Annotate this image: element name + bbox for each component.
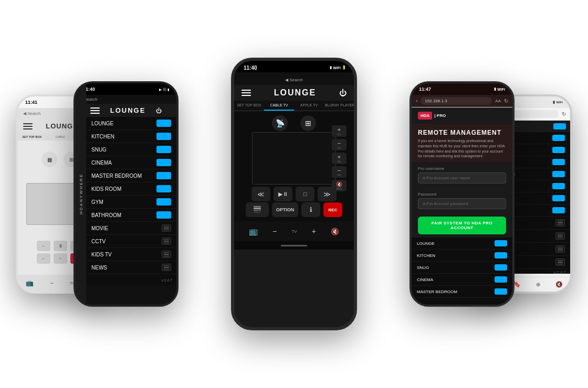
right2-tab-new[interactable]: ⊕ <box>536 282 540 287</box>
ch-minus[interactable]: − Ch <box>332 139 346 150</box>
center-signal: ▮WiFi🔋 <box>330 66 346 70</box>
right2-cctv-badge <box>555 232 565 240</box>
tab-apple[interactable]: APPLE TV <box>294 101 324 111</box>
room-movie[interactable]: MOVIE <box>86 222 176 235</box>
center-search: ◀ Search <box>285 78 303 82</box>
status-time-right1: 11:47 <box>419 87 431 92</box>
right1-kitchen-badge <box>495 252 507 258</box>
center-remote: 📡 ⊞ + Ch − Ch <box>234 111 354 221</box>
left2-source-btn[interactable]: ▦ <box>41 152 57 167</box>
right2-refresh[interactable]: ↻ <box>562 111 566 117</box>
left2-minus-btn[interactable]: − <box>54 253 67 264</box>
room-kitchen[interactable]: KITCHEN <box>86 130 176 143</box>
mgmt-header: REMOTE MANAGEMENT If you are a home tech… <box>412 124 512 162</box>
right2-kidstv-badge <box>555 245 565 253</box>
room-master-bedroom[interactable]: MASTER BEDROOM <box>86 169 176 182</box>
right2-master-badge <box>552 171 565 177</box>
left1-power[interactable]: ⏻ <box>156 107 162 114</box>
left2-back-btn[interactable]: ← <box>37 241 50 251</box>
info-btn[interactable]: ℹ <box>301 202 320 217</box>
room-cctv[interactable]: CCTV <box>86 235 176 248</box>
rec-btn[interactable]: REC <box>323 202 342 217</box>
right2-bookmark[interactable]: 🔖 <box>513 281 521 288</box>
url-bar-right1[interactable]: 192.168.1.3 <box>421 97 492 105</box>
menu-btn[interactable]: Menu <box>246 202 269 217</box>
bottom-mute[interactable]: 🔇 <box>331 228 339 235</box>
playpause-btn[interactable]: ▶⏸ <box>274 187 292 201</box>
username-input[interactable]: A Pro Account user name <box>418 173 506 184</box>
room-snug-badge <box>156 146 171 153</box>
stop-btn[interactable]: □ <box>296 187 314 201</box>
right2-bathroom-badge <box>552 207 565 213</box>
left2-arrow-btn[interactable]: ← <box>37 253 50 264</box>
bottom-minus[interactable]: − <box>272 227 277 235</box>
right1-room-master[interactable]: MASTER BEDROOM <box>412 286 512 298</box>
phone-center: 11:40 ▮WiFi🔋 ◀ Search LOUNGE ⏻ <box>231 58 357 330</box>
mgmt-text: If you are a home technology professiona… <box>418 138 506 159</box>
center-power[interactable]: ⏻ <box>339 89 346 97</box>
right1-lounge-badge <box>495 240 507 246</box>
right2-gym-badge <box>552 195 565 201</box>
left2-hamburger[interactable] <box>23 123 33 130</box>
pair-btn[interactable]: PAIR SYSTEM TO HDA PRO ACCOUNT <box>418 217 506 234</box>
right2-volume[interactable]: 🔇 <box>555 281 563 288</box>
right2-cinema-badge <box>552 159 565 165</box>
left1-menu[interactable] <box>90 107 100 114</box>
center-menu[interactable] <box>242 90 251 96</box>
room-bathroom[interactable]: BATHROOM <box>86 209 176 222</box>
hda-logo-box: HDA <box>418 112 432 120</box>
center-screen <box>252 132 336 185</box>
password-group: Password A Pro Account password <box>412 188 512 213</box>
tab-cable[interactable]: CABLE TV <box>264 101 294 111</box>
center-source-btn[interactable]: 📡 <box>272 115 288 131</box>
back-icon[interactable]: ‹ <box>416 98 417 104</box>
rewind-btn[interactable]: ≪ <box>251 187 270 201</box>
room-gym[interactable]: GYM <box>86 196 176 209</box>
right2-kitchen-badge <box>552 135 565 141</box>
signal-icons-left1: ▶⬛▮ <box>159 88 169 91</box>
right1-room-lounge[interactable]: LOUNGE <box>412 238 512 250</box>
right1-room-snug[interactable]: SNUG <box>412 262 512 274</box>
phone-left1: 11:40 ▶⬛▮ ◀ Search LOUNGE ⏻ HDANYWHERE <box>74 81 178 307</box>
vol-minus[interactable]: − Vol <box>332 166 346 178</box>
room-news-badge <box>162 264 171 271</box>
left2-minus[interactable]: − <box>50 279 54 287</box>
tab-stb[interactable]: SET TOP BOX <box>234 101 264 111</box>
right1-room-cinema[interactable]: CINEMA <box>412 274 512 286</box>
bottom-tv-label: TV <box>291 229 297 234</box>
aa-btn[interactable]: AA <box>495 99 501 103</box>
tab-set-top-box-left2[interactable]: SET TOP BOX <box>18 133 46 141</box>
version-left1: v.2.4.7 <box>162 278 173 282</box>
ch-plus[interactable]: + Ch <box>332 125 346 137</box>
room-lounge[interactable]: LOUNGE <box>86 117 176 130</box>
room-kids-badge <box>156 185 171 192</box>
mute-btn[interactable]: 🔇 Mute <box>332 180 346 191</box>
signal-right2: ▮WiFi <box>553 100 563 104</box>
right1-snug-badge <box>495 264 507 271</box>
center-grid-btn[interactable]: ⊞ <box>300 115 316 131</box>
left2-pause-btn[interactable]: ⏸ <box>54 241 67 251</box>
refresh-icon[interactable]: ↻ <box>504 98 508 104</box>
room-snug[interactable]: SNUG <box>86 143 176 156</box>
center-titlebar: LOUNGE ⏻ <box>234 85 354 101</box>
right1-room-kitchen[interactable]: KITCHEN <box>412 250 512 262</box>
vol-plus[interactable]: + Vol <box>332 153 346 164</box>
room-cinema[interactable]: CINEMA <box>86 156 176 169</box>
room-kids-tv[interactable]: KIDS TV <box>86 248 176 261</box>
room-gym-badge <box>156 198 171 206</box>
tab-cable-left2[interactable]: CABLE <box>46 133 75 141</box>
username-label: Pro username <box>418 166 506 171</box>
right2-news-badge <box>555 258 565 266</box>
room-master-badge <box>156 172 171 179</box>
room-news[interactable]: NEWS <box>86 261 176 274</box>
room-kids-room[interactable]: KIDS ROOM <box>86 182 176 196</box>
right1-master-badge <box>495 288 507 295</box>
tab-bluray[interactable]: BLURAY PLAYER <box>324 101 354 111</box>
status-time-left2: 11:41 <box>25 100 37 105</box>
password-label: Password <box>418 192 506 197</box>
password-input[interactable]: A Pro Account password <box>418 198 506 209</box>
bottom-plus[interactable]: + <box>312 227 316 235</box>
option-btn[interactable]: OPTION <box>272 202 298 217</box>
signal-right1: ▮WiFi <box>494 87 505 91</box>
side-label: HDANYWHERE <box>76 83 86 305</box>
